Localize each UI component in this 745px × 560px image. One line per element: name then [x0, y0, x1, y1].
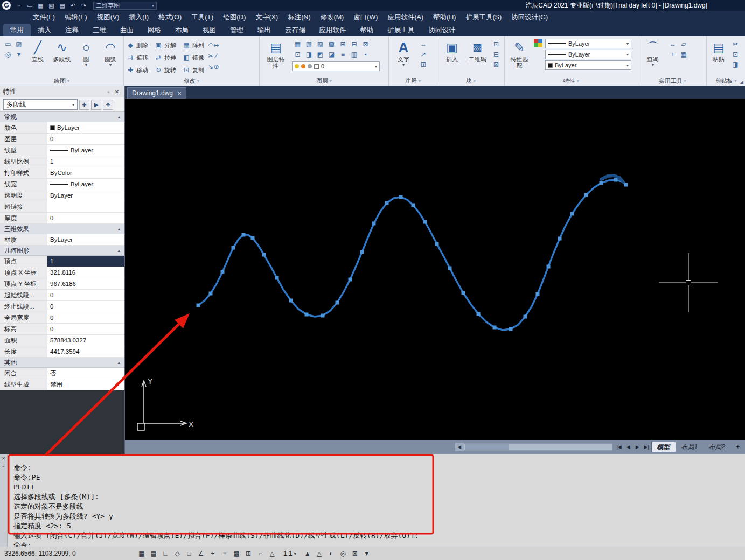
- layout-nav-button[interactable]: ▶: [633, 442, 642, 452]
- qrcode-tool[interactable]: ▩ 二维码: [467, 39, 488, 62]
- layer-freeze-all-icon[interactable]: ▥: [349, 49, 360, 59]
- ribbon-tab[interactable]: 帮助: [353, 24, 381, 36]
- explode-tool[interactable]: ▣分解: [155, 40, 176, 51]
- layer-previous-icon[interactable]: ⊡: [292, 49, 303, 59]
- lineweight-select[interactable]: ByLayer ▾: [545, 50, 631, 59]
- id-point-icon[interactable]: +: [667, 49, 678, 59]
- grid-toggle-icon[interactable]: ▦: [136, 548, 148, 559]
- menu-item[interactable]: 文件(F): [28, 11, 60, 24]
- menu-item[interactable]: 协同设计(G): [506, 11, 553, 24]
- property-row[interactable]: 顶点 1: [0, 256, 124, 267]
- layer-freeze-icon[interactable]: ▨: [315, 39, 326, 49]
- ribbon-tab[interactable]: 应用软件: [312, 24, 353, 36]
- array-tool[interactable]: ▦阵列: [183, 40, 204, 51]
- panel-label-layers[interactable]: 图层▾: [260, 76, 388, 86]
- cycle-select-icon[interactable]: ⊞: [242, 548, 254, 559]
- ortho-toggle-icon[interactable]: ∟: [159, 548, 171, 559]
- property-row[interactable]: 长度 4417.3594: [0, 346, 124, 358]
- scrollbar-track[interactable]: [464, 443, 612, 451]
- property-row[interactable]: 顶点 Y 坐标 967.6186: [0, 278, 124, 290]
- ribbon-tab[interactable]: 三维: [86, 24, 113, 36]
- undo-icon[interactable]: ↶: [68, 1, 78, 10]
- ribbon-tab[interactable]: 云存储: [278, 24, 312, 36]
- block-editor-icon[interactable]: ⊟: [491, 49, 502, 59]
- table-icon[interactable]: ⊞: [418, 59, 429, 69]
- rectangle-icon[interactable]: ▭: [3, 39, 13, 49]
- grip-points[interactable]: [197, 178, 628, 331]
- isolate-objects-icon[interactable]: ◐: [325, 548, 337, 559]
- dynamic-ucs-icon[interactable]: ⌐: [254, 548, 266, 559]
- move-tool[interactable]: ✚移动: [127, 65, 148, 75]
- area-icon[interactable]: ▱: [678, 39, 689, 49]
- layer-delete-icon[interactable]: ◪: [326, 49, 337, 59]
- command-window-grip[interactable]: ✕ ≡: [0, 454, 8, 547]
- drawing-canvas[interactable]: Y X: [125, 99, 745, 440]
- menu-item[interactable]: 窗口(W): [349, 11, 382, 24]
- layer-select[interactable]: 0 ▾: [292, 61, 380, 71]
- ribbon-tab[interactable]: 插入: [31, 24, 58, 36]
- polar-toggle-icon[interactable]: ◇: [171, 548, 183, 559]
- pickadd-toggle-icon[interactable]: ✚: [79, 100, 89, 110]
- erase-tool[interactable]: ◆删除: [127, 40, 148, 51]
- calculator-icon[interactable]: ▦: [678, 49, 689, 59]
- osnap-toggle-icon[interactable]: □: [183, 548, 195, 559]
- app-logo-icon[interactable]: G: [0, 0, 13, 11]
- ribbon-tab[interactable]: 协同设计: [422, 24, 463, 36]
- section-header-misc[interactable]: 其他▴: [0, 358, 124, 368]
- dialog-launcher-icon[interactable]: ◢: [740, 80, 743, 85]
- menu-item[interactable]: 帮助(H): [428, 11, 461, 24]
- join-icon[interactable]: ⊕: [213, 61, 219, 72]
- scroll-left-icon[interactable]: ◀: [455, 443, 464, 451]
- scale-icon[interactable]: ↘: [208, 61, 213, 72]
- layer-unisolate-icon[interactable]: ⊟: [349, 39, 360, 49]
- property-row[interactable]: 颜色 ByLayer: [0, 122, 124, 134]
- property-row[interactable]: 材质 ByLayer: [0, 234, 124, 246]
- panel-label-utilities[interactable]: 实用工具▾: [638, 76, 706, 86]
- section-header-3d-effects[interactable]: 三维效果▴: [0, 224, 124, 234]
- layer-state-icon[interactable]: ≡: [337, 49, 349, 59]
- layout-tab[interactable]: 模型: [651, 442, 676, 452]
- layout-nav-button[interactable]: ◀: [624, 442, 633, 452]
- layer-off-icon[interactable]: ▧: [303, 39, 315, 49]
- panel-label-block[interactable]: 块▾: [437, 76, 504, 86]
- auto-hide-icon[interactable]: ▫: [104, 89, 113, 95]
- mirror-tool[interactable]: ◧镜像: [183, 52, 204, 63]
- extend-icon[interactable]: ↦: [213, 40, 219, 51]
- hardware-accel-icon[interactable]: ◎: [337, 548, 349, 559]
- workspace-selector[interactable]: 二维草图 ▾: [93, 2, 157, 10]
- layer-properties-tool[interactable]: ▤ 图层特性: [262, 39, 289, 69]
- insert-block-tool[interactable]: ▣ 插入: [440, 39, 464, 62]
- panel-label-draw[interactable]: 绘图▾: [0, 76, 123, 86]
- ribbon-tab[interactable]: 管理: [223, 24, 250, 36]
- section-header-general[interactable]: 常规▴: [0, 112, 124, 122]
- redo-icon[interactable]: ↷: [79, 1, 89, 10]
- 3d-osnap-icon[interactable]: △: [266, 548, 278, 559]
- layer-merge-icon[interactable]: ◩: [315, 49, 326, 59]
- annotation-scale-control[interactable]: 1:1 ▾: [283, 550, 296, 557]
- more-draw-icon[interactable]: ▾: [13, 49, 24, 59]
- menu-item[interactable]: 工具(T): [186, 11, 218, 24]
- copy-tool[interactable]: ⊡复制: [183, 65, 204, 75]
- lineweight-toggle-icon[interactable]: ≡: [219, 548, 231, 559]
- offset-tool[interactable]: ⇉偏移: [127, 52, 148, 63]
- distance-icon[interactable]: ↔: [667, 39, 678, 49]
- menu-item[interactable]: 格式(O): [154, 11, 186, 24]
- text-tool[interactable]: A 文字 ▾: [392, 39, 415, 67]
- dynamic-input-icon[interactable]: +: [207, 548, 219, 559]
- menu-item[interactable]: 扩展工具(S): [461, 11, 506, 24]
- ribbon-tab[interactable]: 网格: [141, 24, 168, 36]
- panel-label-annotate[interactable]: 注释▾: [389, 76, 437, 86]
- save-icon[interactable]: ▦: [36, 1, 46, 10]
- trim-icon[interactable]: ✂: [208, 51, 213, 61]
- ribbon-tab[interactable]: 输出: [250, 24, 278, 36]
- property-row[interactable]: 顶点 X 坐标 321.8116: [0, 267, 124, 278]
- break-icon[interactable]: ∕: [213, 51, 219, 61]
- menu-item[interactable]: 标注(N): [283, 11, 315, 24]
- ribbon-tab[interactable]: 常用: [3, 24, 31, 36]
- property-row[interactable]: 终止线段... 0: [0, 301, 124, 312]
- layer-lock-icon[interactable]: ▩: [326, 39, 337, 49]
- paste-special-icon[interactable]: ◨: [730, 59, 741, 69]
- annotation-visibility-icon[interactable]: ▲: [302, 548, 314, 559]
- stretch-tool[interactable]: ⇄拉伸: [155, 52, 176, 63]
- layout-nav-button[interactable]: ▶|: [642, 442, 651, 452]
